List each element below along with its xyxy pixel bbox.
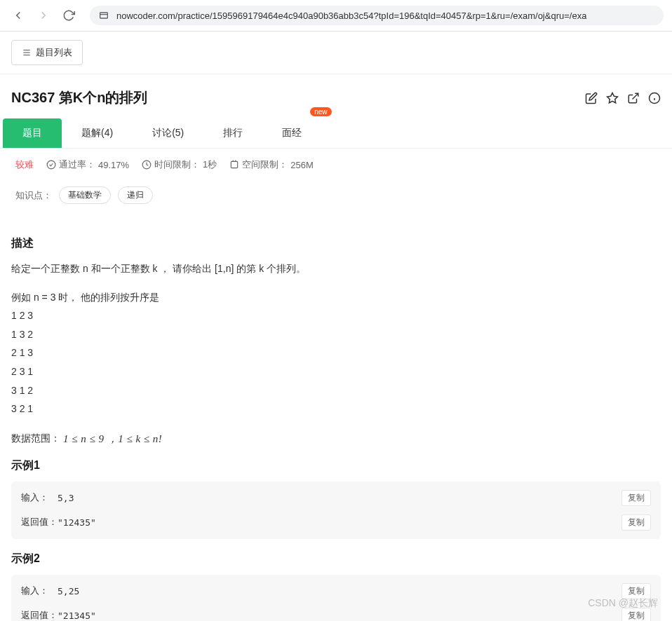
meta-time: 时间限制：1秒 <box>142 158 217 171</box>
problem-list-button[interactable]: 题目列表 <box>11 40 83 65</box>
ex-label: 返回值： <box>21 516 58 528</box>
edit-icon[interactable] <box>585 92 598 104</box>
page-toolbar: 题目列表 <box>0 32 672 74</box>
ex-value: 5,3 <box>58 493 621 503</box>
copy-button[interactable]: 复制 <box>621 490 651 506</box>
tags-row: 知识点： 基础数学 递归 <box>0 181 672 217</box>
example2-box: 输入： 5,25 复制 返回值： "21345" 复制 <box>11 575 661 621</box>
page-title: NC367 第K个n的排列 <box>11 88 147 107</box>
svg-rect-0 <box>100 13 108 18</box>
url-bar[interactable]: nowcoder.com/practice/1595969179464e4c94… <box>90 6 664 25</box>
svg-marker-4 <box>607 93 618 102</box>
info-icon[interactable] <box>648 92 661 104</box>
tab-ranking[interactable]: 排行 <box>203 118 262 148</box>
perm-line: 2 1 3 <box>11 343 661 362</box>
site-info-icon[interactable] <box>98 10 109 21</box>
meta-pass: 通过率：49.17% <box>46 158 129 171</box>
tag-recursion[interactable]: 递归 <box>118 186 153 204</box>
ex-value: "12435" <box>58 517 621 528</box>
ex-label: 返回值： <box>21 609 58 621</box>
example1-title: 示例1 <box>11 458 661 473</box>
svg-line-5 <box>633 93 638 99</box>
perm-line: 3 1 2 <box>11 381 661 400</box>
ex-label: 输入： <box>21 491 58 504</box>
tabs: 题目 题解(4) 讨论(5) 排行 面经 new <box>0 118 672 149</box>
example1-input-row: 输入： 5,3 复制 <box>11 486 661 510</box>
example1-box: 输入： 5,3 复制 返回值： "12435" 复制 <box>11 482 661 539</box>
tab-solutions[interactable]: 题解(4) <box>62 118 133 148</box>
memory-icon <box>229 160 239 170</box>
perm-line: 1 2 3 <box>11 306 661 325</box>
list-icon <box>22 48 32 57</box>
desc-heading: 描述 <box>11 236 661 251</box>
example1-return-row: 返回值： "12435" 复制 <box>11 510 661 535</box>
range-math: 1 ≤ n ≤ 9 ，1 ≤ k ≤ n! <box>63 432 162 446</box>
example2-input-row: 输入： 5,25 复制 <box>11 579 661 603</box>
meta-space: 空间限制：256M <box>229 158 314 171</box>
range-label: 数据范围： <box>11 432 60 445</box>
new-badge: new <box>310 107 331 116</box>
ex-value: "21345" <box>58 610 621 621</box>
perm-line: 1 3 2 <box>11 325 661 344</box>
share-icon[interactable] <box>627 92 640 104</box>
tab-interview[interactable]: 面经 <box>262 118 321 148</box>
ex-label: 输入： <box>21 585 58 597</box>
difficulty-label: 较难 <box>15 158 34 171</box>
clock-icon <box>142 160 152 170</box>
example2-return-row: 返回值： "21345" 复制 <box>11 603 661 621</box>
star-icon[interactable] <box>606 92 619 104</box>
browser-bar: nowcoder.com/practice/1595969179464e4c94… <box>0 0 672 32</box>
ex-value: 5,25 <box>58 586 621 596</box>
example2-title: 示例2 <box>11 552 661 566</box>
meta-row: 较难 通过率：49.17% 时间限制：1秒 空间限制：256M <box>0 149 672 181</box>
content: 描述 给定一个正整数 n 和一个正整数 k ， 请你给出 [1,n] 的第 k … <box>0 217 672 621</box>
desc-p2-intro: 例如 n = 3 时， 他的排列按升序是 <box>11 288 661 307</box>
tags-label: 知识点： <box>15 189 52 202</box>
copy-button[interactable]: 复制 <box>621 514 651 531</box>
perm-line: 3 2 1 <box>11 400 661 418</box>
range-line: 数据范围： 1 ≤ n ≤ 9 ，1 ≤ k ≤ n! <box>11 432 661 446</box>
perm-line: 2 3 1 <box>11 362 661 381</box>
url-text: nowcoder.com/practice/1595969179464e4c94… <box>116 11 586 21</box>
back-button[interactable] <box>8 6 28 25</box>
header-row: NC367 第K个n的排列 <box>0 74 672 118</box>
svg-point-9 <box>47 161 55 169</box>
desc-p1: 给定一个正整数 n 和一个正整数 k ， 请你给出 [1,n] 的第 k 个排列… <box>11 259 661 278</box>
forward-button[interactable] <box>34 6 53 25</box>
tag-math[interactable]: 基础数学 <box>59 186 111 204</box>
svg-rect-11 <box>231 161 238 168</box>
problem-list-label: 题目列表 <box>36 46 72 59</box>
tab-problem[interactable]: 题目 <box>3 118 62 148</box>
reload-button[interactable] <box>59 6 79 25</box>
tab-discussion[interactable]: 讨论(5) <box>133 118 203 148</box>
watermark: CSDN @赵长辉 <box>588 597 658 610</box>
check-icon <box>46 160 56 170</box>
action-row <box>585 92 661 104</box>
